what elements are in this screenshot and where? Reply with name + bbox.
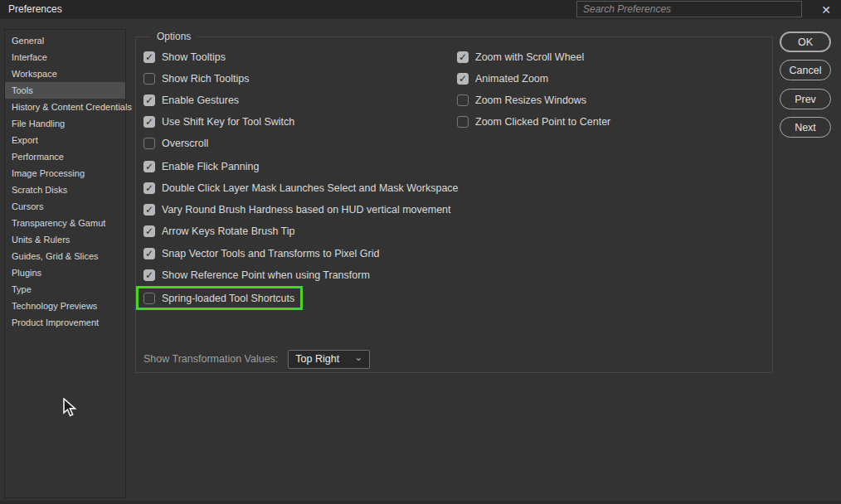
checkbox-label: Spring-loaded Tool Shortcuts [162, 293, 294, 304]
checkbox-label: Arrow Keys Rotate Brush Tip [162, 225, 294, 237]
checkbox-label: Overscroll [162, 138, 208, 149]
sidebar-item-tools[interactable]: Tools [5, 82, 125, 99]
checkbox-animated-zoom[interactable]: Animated Zoom [457, 68, 548, 90]
checkbox-label: Use Shift Key for Tool Switch [162, 116, 294, 128]
checkbox-use-shift-key-for-tool-switch[interactable]: Use Shift Key for Tool Switch [143, 111, 294, 133]
dialog-bottom-edge [0, 501, 841, 504]
checkbox-double-click-layer-mask[interactable]: Double Click Layer Mask Launches Select … [143, 177, 459, 199]
checkbox-label: Zoom Clicked Point to Center [475, 116, 610, 128]
chevron-down-icon: ⌄ [354, 353, 362, 361]
checkbox-enable-flick-panning[interactable]: Enable Flick Panning [143, 156, 259, 177]
checkbox-icon [457, 73, 469, 85]
checkbox-snap-vector-tools[interactable]: Snap Vector Tools and Transforms to Pixe… [143, 243, 379, 264]
checkbox-label: Show Rich Tooltips [162, 73, 249, 85]
sidebar-item-interface[interactable]: Interface [5, 49, 125, 65]
checkbox-label: Zoom Resizes Windows [475, 94, 586, 106]
sidebar-item-file-handling[interactable]: File Handling [5, 115, 125, 132]
dialog-title: Preferences [8, 3, 62, 15]
checkbox-label: Show Tooltips [162, 51, 226, 63]
checkbox-overscroll[interactable]: Overscroll [143, 133, 208, 154]
checkbox-icon [143, 269, 155, 281]
transformation-values-dropdown[interactable]: Top Right ⌄ [288, 350, 370, 369]
checkbox-label: Zoom with Scroll Wheel [475, 51, 584, 63]
options-group: Options Show Tooltips Show Rich Tooltips… [135, 36, 773, 373]
sidebar-item-transparency-gamut[interactable]: Transparency & Gamut [5, 215, 125, 231]
preferences-sidebar: General Interface Workspace Tools Histor… [4, 29, 126, 498]
checkbox-label: Animated Zoom [475, 73, 548, 85]
sidebar-item-export[interactable]: Export [5, 132, 125, 148]
checkbox-show-reference-point[interactable]: Show Reference Point when using Transfor… [143, 264, 370, 286]
sidebar-item-product-improvement[interactable]: Product Improvement [5, 314, 125, 331]
options-group-legend: Options [151, 31, 197, 42]
checkbox-icon [457, 51, 469, 63]
sidebar-item-technology-previews[interactable]: Technology Previews [5, 298, 125, 314]
checkbox-vary-round-brush-hardness[interactable]: Vary Round Brush Hardness based on HUD v… [143, 199, 451, 220]
checkbox-icon [143, 94, 155, 106]
checkbox-icon [143, 182, 155, 194]
next-button[interactable]: Next [780, 117, 831, 138]
checkbox-zoom-with-scroll-wheel[interactable]: Zoom with Scroll Wheel [457, 46, 584, 68]
sidebar-item-plugins[interactable]: Plugins [5, 264, 125, 281]
checkbox-icon [457, 94, 469, 106]
sidebar-item-image-processing[interactable]: Image Processing [5, 165, 125, 182]
close-icon[interactable]: ✕ [816, 1, 836, 18]
sidebar-item-guides-grid-slices[interactable]: Guides, Grid & Slices [5, 248, 125, 264]
checkbox-label: Enable Flick Panning [162, 161, 259, 172]
checkbox-icon [143, 51, 155, 63]
sidebar-item-type[interactable]: Type [5, 281, 125, 298]
checkbox-arrow-keys-rotate-brush-tip[interactable]: Arrow Keys Rotate Brush Tip [143, 220, 294, 242]
checkbox-icon [143, 204, 155, 216]
checkbox-enable-gestures[interactable]: Enable Gestures [143, 90, 239, 111]
checkbox-zoom-resizes-windows[interactable]: Zoom Resizes Windows [457, 90, 586, 111]
checkbox-icon [143, 248, 155, 259]
cancel-button[interactable]: Cancel [780, 60, 831, 80]
sidebar-item-scratch-disks[interactable]: Scratch Disks [5, 182, 125, 198]
checkbox-icon [143, 293, 155, 304]
checkbox-icon [143, 116, 155, 128]
checkbox-show-tooltips[interactable]: Show Tooltips [143, 46, 226, 68]
checkbox-label: Show Reference Point when using Transfor… [162, 269, 370, 281]
sidebar-item-workspace[interactable]: Workspace [5, 65, 125, 82]
checkbox-icon [143, 161, 155, 172]
checkbox-icon [143, 138, 155, 149]
checkbox-label: Vary Round Brush Hardness based on HUD v… [162, 204, 451, 216]
prev-button[interactable]: Prev [780, 89, 831, 109]
show-transformation-values-row: Show Transformation Values: Top Right ⌄ [143, 349, 370, 369]
show-transformation-values-label: Show Transformation Values: [143, 353, 278, 365]
checkbox-label: Double Click Layer Mask Launches Select … [162, 182, 459, 194]
sidebar-item-history-content-credentials[interactable]: History & Content Credentials [5, 99, 125, 115]
checkbox-icon [143, 225, 155, 237]
search-input[interactable] [576, 1, 802, 17]
sidebar-item-units-rulers[interactable]: Units & Rulers [5, 231, 125, 248]
checkbox-icon [143, 73, 155, 85]
sidebar-item-general[interactable]: General [5, 32, 125, 49]
checkbox-zoom-clicked-point-to-center[interactable]: Zoom Clicked Point to Center [457, 111, 610, 133]
checkbox-label: Enable Gestures [162, 94, 239, 106]
mouse-cursor-icon [63, 398, 78, 418]
dropdown-selected-value: Top Right [295, 353, 339, 365]
checkbox-show-rich-tooltips[interactable]: Show Rich Tooltips [143, 68, 249, 90]
sidebar-item-cursors[interactable]: Cursors [5, 198, 125, 215]
ok-button[interactable]: OK [780, 32, 831, 52]
sidebar-item-performance[interactable]: Performance [5, 148, 125, 165]
checkbox-spring-loaded-tool-shortcuts[interactable]: Spring-loaded Tool Shortcuts [136, 286, 303, 310]
checkbox-label: Snap Vector Tools and Transforms to Pixe… [162, 248, 379, 259]
checkbox-icon [457, 116, 469, 128]
